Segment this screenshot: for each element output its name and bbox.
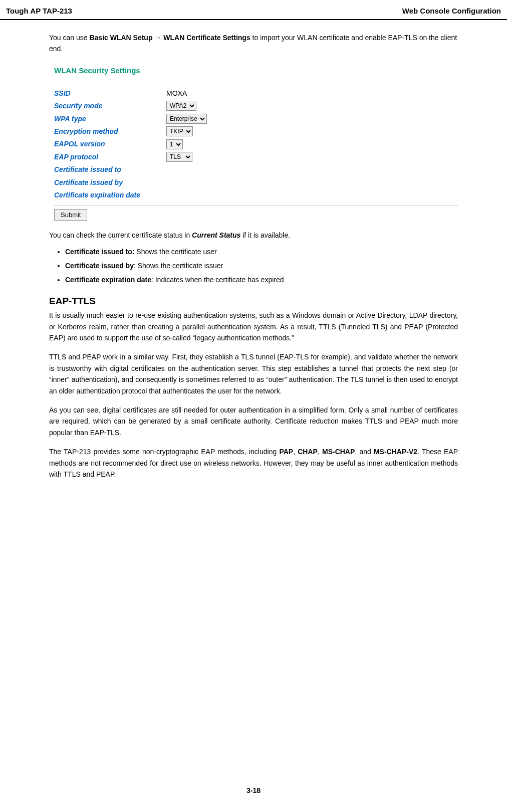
header-left: Tough AP TAP-213 <box>6 5 72 17</box>
label-security-mode: Security mode <box>54 100 166 111</box>
row-security-mode: Security mode WPA2 <box>54 100 458 111</box>
page-header: Tough AP TAP-213 Web Console Configurati… <box>0 5 507 20</box>
paragraph: It is usually much easier to re-use exis… <box>49 310 458 343</box>
label-cert-by: Certificate issued by <box>54 177 166 188</box>
select-wpa-type[interactable]: Enterprise <box>166 114 207 124</box>
list-item: Certificate expiration date: Indicates w… <box>65 274 458 285</box>
row-eapol: EAPOL version 1 <box>54 138 458 149</box>
paragraph: TTLS and PEAP work in a similar way. Fir… <box>49 351 458 396</box>
row-wpa-type: WPA type Enterprise <box>54 113 458 124</box>
label-eapol: EAPOL version <box>54 138 166 149</box>
value-ssid: MOXA <box>166 88 187 99</box>
label-cert-exp: Certificate expiration date <box>54 189 166 200</box>
select-security-mode[interactable]: WPA2 <box>166 101 196 111</box>
select-eapol[interactable]: 1 <box>166 139 183 149</box>
screenshot-title: WLAN Security Settings <box>54 65 458 77</box>
paragraph: As you can see, digital certificates are… <box>49 404 458 438</box>
row-eap-protocol: EAP protocol TLS <box>54 151 458 162</box>
label-encryption: Encryption method <box>54 126 166 137</box>
label-ssid: SSID <box>54 88 166 99</box>
section-heading-eap-ttls: EAP-TTLS <box>49 294 458 309</box>
row-cert-by: Certificate issued by <box>54 177 458 188</box>
wlan-security-screenshot: WLAN Security Settings SSID MOXA Securit… <box>54 65 458 221</box>
label-cert-to: Certificate issued to <box>54 164 166 175</box>
cert-list: Certificate issued to: Shows the certifi… <box>49 246 458 286</box>
header-right: Web Console Configuration <box>402 5 501 17</box>
label-eap-protocol: EAP protocol <box>54 151 166 162</box>
label-wpa-type: WPA type <box>54 113 166 124</box>
row-cert-exp: Certificate expiration date <box>54 189 458 200</box>
list-item: Certificate issued by: Shows the certifi… <box>65 260 458 271</box>
select-encryption[interactable]: TKIP <box>166 126 193 136</box>
row-ssid: SSID MOXA <box>54 88 458 99</box>
screenshot-divider <box>54 206 458 206</box>
row-cert-to: Certificate issued to <box>54 164 458 175</box>
intro-text: You can use Basic WLAN Setup → WLAN Cert… <box>49 32 458 55</box>
select-eap-protocol[interactable]: TLS <box>166 152 192 162</box>
status-line: You can check the current certificate st… <box>49 230 458 241</box>
paragraph: The TAP-213 provides some non-cryptograp… <box>49 446 458 480</box>
row-encryption: Encryption method TKIP <box>54 126 458 137</box>
list-item: Certificate issued to: Shows the certifi… <box>65 246 458 257</box>
submit-button[interactable]: Submit <box>54 209 87 221</box>
